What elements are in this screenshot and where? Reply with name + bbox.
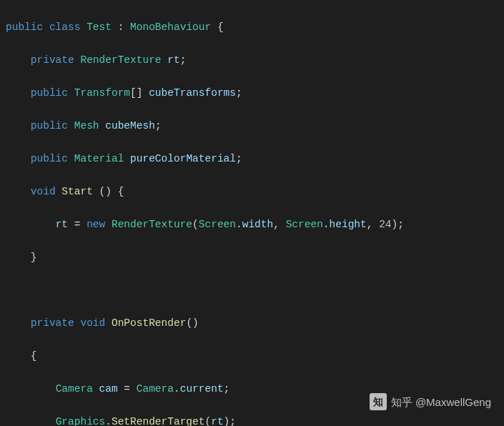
watermark-text: 知乎 @MaxwellGeng xyxy=(391,394,491,410)
code-line: private void OnPostRender() xyxy=(6,315,504,332)
zhihu-logo-icon: 知 xyxy=(370,393,387,410)
code-line: Graphics.SetRenderTarget(rt); xyxy=(6,414,504,426)
code-line: { xyxy=(6,348,504,365)
code-editor: public class Test : MonoBehaviour { priv… xyxy=(0,0,504,426)
code-line: public Mesh cubeMesh; xyxy=(6,118,504,134)
code-line: void Start () { xyxy=(6,184,504,200)
code-line: public Material pureColorMaterial; xyxy=(6,151,504,167)
code-line: public class Test : MonoBehaviour { xyxy=(6,19,504,36)
code-line: private RenderTexture rt; xyxy=(6,52,504,69)
code-line: public Transform[] cubeTransforms; xyxy=(6,85,504,101)
code-line: rt = new RenderTexture(Screen.width, Scr… xyxy=(6,217,504,233)
code-line: } xyxy=(6,249,504,266)
watermark: 知 知乎 @MaxwellGeng xyxy=(370,393,491,410)
code-line xyxy=(6,282,504,299)
